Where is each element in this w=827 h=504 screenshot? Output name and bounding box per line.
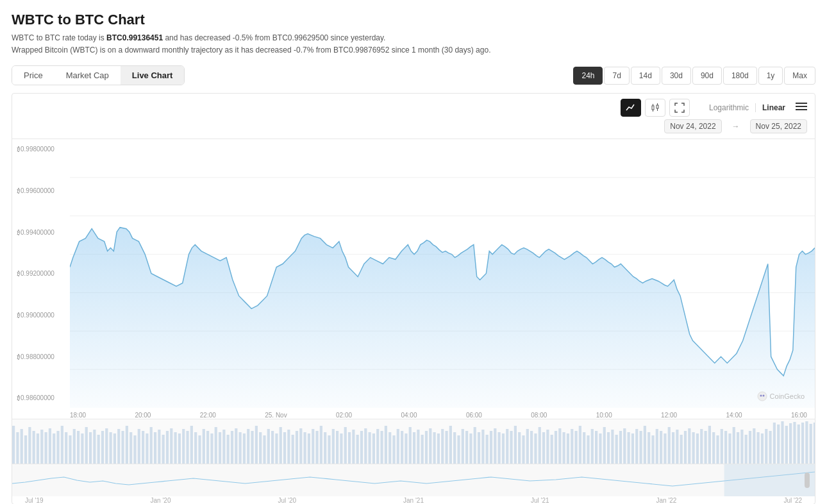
svg-rect-0 — [652, 106, 654, 110]
svg-rect-103 — [356, 435, 359, 464]
time-btn-180d[interactable]: 180d — [723, 67, 757, 85]
svg-rect-155 — [567, 433, 569, 464]
svg-rect-170 — [628, 432, 630, 464]
svg-rect-172 — [635, 429, 638, 464]
tab-price[interactable]: Price — [12, 66, 54, 85]
y-label-3: ₿0.99200000 — [17, 270, 65, 277]
page-title: WBTC to BTC Chart — [12, 12, 815, 28]
main-tabs: Price Market Cap Live Chart — [12, 65, 185, 85]
svg-rect-186 — [692, 432, 695, 464]
svg-rect-113 — [397, 429, 399, 464]
svg-rect-29 — [56, 431, 59, 464]
svg-rect-197 — [737, 432, 739, 464]
svg-rect-146 — [530, 431, 533, 464]
price-chart-svg — [70, 139, 815, 408]
time-btn-max[interactable]: Max — [784, 67, 815, 85]
svg-rect-115 — [405, 433, 407, 464]
mini-chart-area[interactable] — [12, 464, 815, 496]
x-label-8: 10:00 — [596, 412, 612, 419]
scale-controls: Logarithmic Linear — [705, 102, 789, 113]
svg-rect-88 — [296, 431, 298, 464]
svg-rect-152 — [555, 431, 557, 464]
scale-separator — [755, 103, 756, 112]
linear-button[interactable]: Linear — [758, 102, 789, 113]
x-label-7: 08:00 — [531, 412, 547, 419]
svg-rect-39 — [97, 435, 100, 464]
svg-rect-214 — [805, 421, 808, 464]
mini-x-label-2: Jul '20 — [278, 497, 296, 504]
svg-rect-55 — [162, 435, 165, 464]
y-label-0: ₿0.99800000 — [17, 146, 65, 153]
time-btn-30d[interactable]: 30d — [662, 67, 691, 85]
time-btn-14d[interactable]: 14d — [631, 67, 660, 85]
mini-x-label-4: Jul '21 — [531, 497, 549, 504]
svg-rect-35 — [81, 433, 83, 464]
svg-rect-46 — [126, 426, 128, 464]
candlestick-chart-button[interactable] — [645, 99, 665, 117]
svg-rect-196 — [733, 427, 735, 464]
svg-rect-73 — [235, 428, 237, 464]
svg-rect-47 — [129, 432, 132, 464]
line-chart-button[interactable] — [621, 99, 641, 117]
time-btn-7d[interactable]: 7d — [604, 67, 629, 85]
svg-rect-157 — [574, 431, 577, 464]
fullscreen-button[interactable] — [669, 99, 690, 117]
svg-rect-173 — [639, 431, 642, 464]
svg-rect-167 — [615, 435, 618, 464]
svg-rect-183 — [680, 435, 683, 464]
time-btn-1y[interactable]: 1y — [758, 67, 783, 85]
svg-rect-102 — [352, 430, 355, 464]
svg-rect-45 — [121, 431, 124, 464]
svg-rect-208 — [781, 421, 783, 464]
svg-rect-209 — [785, 426, 788, 464]
svg-rect-165 — [607, 432, 610, 464]
svg-rect-90 — [304, 432, 306, 464]
svg-rect-189 — [704, 431, 706, 464]
date-to[interactable]: Nov 25, 2022 — [750, 119, 807, 133]
svg-rect-166 — [611, 430, 614, 464]
svg-rect-26 — [45, 432, 47, 464]
svg-rect-104 — [360, 431, 363, 464]
mini-x-label-0: Jul '19 — [25, 497, 44, 504]
svg-rect-176 — [651, 435, 654, 464]
svg-rect-118 — [417, 430, 419, 464]
svg-rect-72 — [231, 431, 233, 464]
x-label-3: 25. Nov — [265, 412, 287, 419]
mini-chart-handle[interactable] — [805, 473, 810, 488]
svg-rect-148 — [539, 427, 541, 464]
logarithmic-button[interactable]: Logarithmic — [705, 102, 753, 113]
tab-market-cap[interactable]: Market Cap — [54, 66, 121, 85]
time-btn-24h[interactable]: 24h — [573, 67, 603, 85]
svg-rect-51 — [146, 433, 148, 464]
svg-rect-70 — [222, 430, 225, 464]
svg-rect-174 — [644, 426, 646, 464]
x-label-6: 06:00 — [466, 412, 482, 419]
svg-rect-184 — [684, 431, 687, 464]
coingecko-logo — [757, 391, 767, 401]
tab-live-chart[interactable]: Live Chart — [121, 66, 185, 85]
svg-rect-33 — [73, 429, 76, 464]
svg-rect-120 — [425, 431, 428, 464]
svg-rect-140 — [506, 429, 508, 464]
svg-rect-92 — [312, 429, 314, 464]
svg-rect-210 — [789, 423, 792, 464]
svg-rect-42 — [110, 432, 112, 464]
svg-rect-117 — [413, 432, 415, 464]
svg-rect-162 — [595, 431, 597, 464]
date-from[interactable]: Nov 24, 2022 — [664, 119, 721, 133]
x-label-11: 16:00 — [791, 412, 807, 419]
svg-rect-114 — [401, 431, 403, 464]
svg-rect-127 — [453, 432, 456, 464]
time-btn-90d[interactable]: 90d — [692, 67, 722, 85]
svg-rect-56 — [166, 431, 169, 464]
x-axis: 18:00 20:00 22:00 25. Nov 02:00 04:00 06… — [12, 408, 815, 419]
svg-rect-121 — [429, 428, 431, 464]
svg-rect-69 — [219, 432, 221, 464]
svg-rect-40 — [101, 431, 104, 464]
coingecko-watermark: CoinGecko — [757, 391, 805, 401]
svg-rect-82 — [271, 431, 274, 464]
menu-icon[interactable] — [796, 102, 807, 113]
svg-rect-156 — [571, 429, 573, 464]
svg-rect-31 — [65, 432, 67, 464]
mini-x-label-6: Jul '22 — [783, 497, 802, 504]
